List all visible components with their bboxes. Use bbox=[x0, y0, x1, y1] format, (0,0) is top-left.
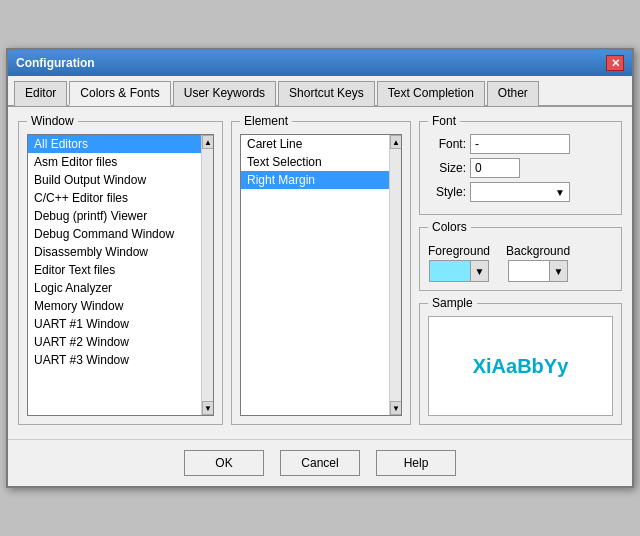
help-button[interactable]: Help bbox=[376, 450, 456, 476]
window-list-container: All EditorsAsm Editor filesBuild Output … bbox=[27, 134, 214, 416]
window-list-item[interactable]: Debug Command Window bbox=[28, 225, 201, 243]
cancel-button[interactable]: Cancel bbox=[280, 450, 360, 476]
configuration-dialog: Configuration ✕ Editor Colors & Fonts Us… bbox=[6, 48, 634, 488]
font-group-title: Font bbox=[428, 114, 460, 128]
foreground-dropdown-btn[interactable]: ▼ bbox=[470, 261, 488, 281]
foreground-label: Foreground bbox=[428, 244, 490, 258]
background-control: ▼ bbox=[508, 260, 568, 282]
background-color-item: Background ▼ bbox=[506, 244, 570, 282]
window-list-item[interactable]: Debug (printf) Viewer bbox=[28, 207, 201, 225]
sample-display: XiAaBbYy bbox=[428, 316, 613, 416]
main-content: Window All EditorsAsm Editor filesBuild … bbox=[8, 107, 632, 439]
colors-row: Foreground ▼ Background ▼ bbox=[428, 244, 613, 282]
tab-shortcut-keys[interactable]: Shortcut Keys bbox=[278, 81, 375, 106]
window-list-item[interactable]: All Editors bbox=[28, 135, 201, 153]
element-list-container: Caret LineText SelectionRight Margin ▲ ▼ bbox=[240, 134, 402, 416]
window-group-title: Window bbox=[27, 114, 78, 128]
element-scroll-track bbox=[390, 149, 401, 401]
window-scrollbar[interactable]: ▲ ▼ bbox=[201, 135, 213, 415]
element-list-item[interactable]: Right Margin bbox=[241, 171, 389, 189]
font-groupbox: Font Font: Size: Style: ▼ bbox=[419, 121, 622, 215]
window-groupbox: Window All EditorsAsm Editor filesBuild … bbox=[18, 121, 223, 425]
ok-button[interactable]: OK bbox=[184, 450, 264, 476]
window-list[interactable]: All EditorsAsm Editor filesBuild Output … bbox=[28, 135, 201, 415]
tab-text-completion[interactable]: Text Completion bbox=[377, 81, 485, 106]
window-list-item[interactable]: Asm Editor files bbox=[28, 153, 201, 171]
element-group-title: Element bbox=[240, 114, 292, 128]
element-list[interactable]: Caret LineText SelectionRight Margin bbox=[241, 135, 389, 415]
window-list-item[interactable]: Logic Analyzer bbox=[28, 279, 201, 297]
dialog-title: Configuration bbox=[16, 56, 95, 70]
tab-editor[interactable]: Editor bbox=[14, 81, 67, 106]
background-label: Background bbox=[506, 244, 570, 258]
right-panel: Font Font: Size: Style: ▼ bbox=[419, 117, 622, 429]
element-groupbox: Element Caret LineText SelectionRight Ma… bbox=[231, 121, 411, 425]
foreground-color-item: Foreground ▼ bbox=[428, 244, 490, 282]
size-input[interactable] bbox=[470, 158, 520, 178]
size-label: Size: bbox=[428, 161, 466, 175]
sample-groupbox: Sample XiAaBbYy bbox=[419, 303, 622, 425]
window-list-item[interactable]: Disassembly Window bbox=[28, 243, 201, 261]
window-list-item[interactable]: UART #2 Window bbox=[28, 333, 201, 351]
sample-text: XiAaBbYy bbox=[473, 355, 569, 378]
element-list-item[interactable]: Text Selection bbox=[241, 153, 389, 171]
tab-other[interactable]: Other bbox=[487, 81, 539, 106]
style-label: Style: bbox=[428, 185, 466, 199]
scroll-track bbox=[202, 149, 213, 401]
colors-groupbox: Colors Foreground ▼ Background bbox=[419, 227, 622, 291]
element-scroll-down[interactable]: ▼ bbox=[390, 401, 402, 415]
font-label: Font: bbox=[428, 137, 466, 151]
window-list-item[interactable]: Editor Text files bbox=[28, 261, 201, 279]
element-scroll-up[interactable]: ▲ bbox=[390, 135, 402, 149]
font-field-row: Font: bbox=[428, 134, 613, 154]
tab-colors-fonts[interactable]: Colors & Fonts bbox=[69, 81, 170, 106]
style-field-row: Style: ▼ bbox=[428, 182, 613, 202]
foreground-swatch[interactable] bbox=[430, 261, 470, 281]
foreground-control: ▼ bbox=[429, 260, 489, 282]
style-dropdown-arrow: ▼ bbox=[555, 187, 565, 198]
title-bar: Configuration ✕ bbox=[8, 50, 632, 76]
background-swatch[interactable] bbox=[509, 261, 549, 281]
window-list-item[interactable]: UART #3 Window bbox=[28, 351, 201, 369]
buttons-row: OK Cancel Help bbox=[8, 439, 632, 486]
sample-group-title: Sample bbox=[428, 296, 477, 310]
window-list-item[interactable]: Build Output Window bbox=[28, 171, 201, 189]
scroll-down-btn[interactable]: ▼ bbox=[202, 401, 214, 415]
background-dropdown-btn[interactable]: ▼ bbox=[549, 261, 567, 281]
window-list-item[interactable]: Memory Window bbox=[28, 297, 201, 315]
element-list-item[interactable]: Caret Line bbox=[241, 135, 389, 153]
panels-container: Window All EditorsAsm Editor filesBuild … bbox=[18, 117, 622, 429]
scroll-up-btn[interactable]: ▲ bbox=[202, 135, 214, 149]
size-field-row: Size: bbox=[428, 158, 613, 178]
window-list-item[interactable]: UART #1 Window bbox=[28, 315, 201, 333]
element-scrollbar[interactable]: ▲ ▼ bbox=[389, 135, 401, 415]
close-button[interactable]: ✕ bbox=[606, 55, 624, 71]
tab-bar: Editor Colors & Fonts User Keywords Shor… bbox=[8, 76, 632, 107]
window-list-item[interactable]: C/C++ Editor files bbox=[28, 189, 201, 207]
element-group: Element Caret LineText SelectionRight Ma… bbox=[231, 117, 411, 429]
style-dropdown[interactable]: ▼ bbox=[470, 182, 570, 202]
font-input[interactable] bbox=[470, 134, 570, 154]
window-group: Window All EditorsAsm Editor filesBuild … bbox=[18, 117, 223, 429]
tab-user-keywords[interactable]: User Keywords bbox=[173, 81, 276, 106]
colors-group-title: Colors bbox=[428, 220, 471, 234]
